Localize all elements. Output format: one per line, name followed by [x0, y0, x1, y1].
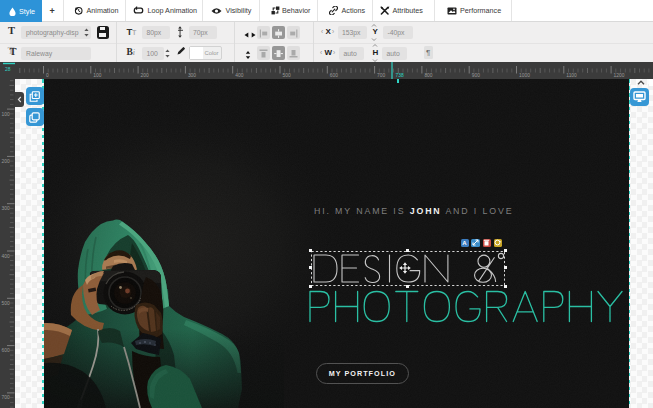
svg-text:1000: 1000: [519, 73, 530, 78]
svg-text:200: 200: [141, 73, 149, 78]
svg-text:A: A: [462, 240, 467, 246]
svg-text:700: 700: [377, 73, 385, 78]
svg-text:300: 300: [2, 206, 10, 211]
svg-text:1200: 1200: [614, 73, 625, 78]
svg-text:0: 0: [46, 73, 49, 78]
svg-text:1100: 1100: [566, 73, 577, 78]
svg-text:500: 500: [283, 73, 291, 78]
svg-text:800: 800: [424, 73, 432, 78]
svg-text:738: 738: [396, 73, 404, 78]
svg-text:900: 900: [472, 73, 480, 78]
svg-text:100: 100: [2, 112, 10, 117]
svg-text:28: 28: [5, 67, 11, 72]
svg-text:200: 200: [2, 159, 10, 164]
svg-text:400: 400: [235, 73, 243, 78]
svg-text:700: 700: [2, 395, 10, 400]
svg-text:600: 600: [2, 348, 10, 353]
svg-text:600: 600: [330, 73, 338, 78]
svg-text:100: 100: [93, 73, 101, 78]
svg-text:400: 400: [2, 254, 10, 259]
svg-text:500: 500: [2, 301, 10, 306]
svg-text:300: 300: [188, 73, 196, 78]
